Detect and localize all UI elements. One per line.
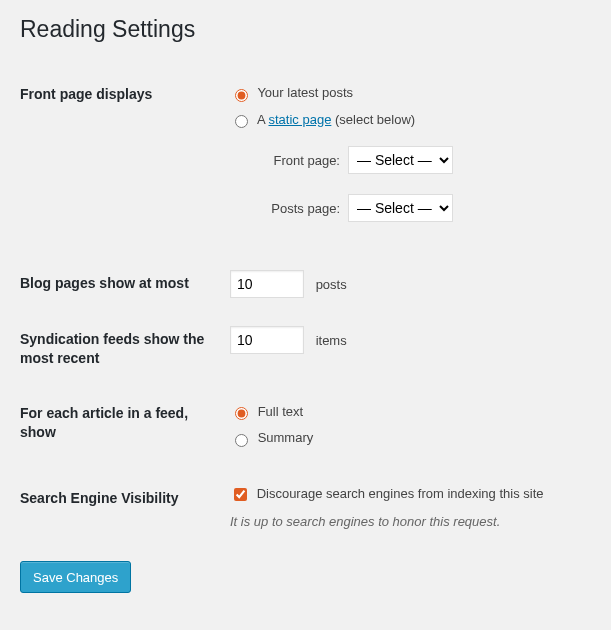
radio-latest-posts-label: Your latest posts [257, 85, 353, 100]
radio-static-page-suffix: (select below) [331, 112, 415, 127]
radio-static-page-prefix: A [257, 112, 269, 127]
blog-pages-input[interactable] [230, 270, 304, 298]
radio-summary-input[interactable] [235, 434, 248, 447]
front-page-select-label: Front page: [250, 153, 348, 168]
save-button[interactable]: Save Changes [20, 561, 131, 593]
radio-static-page-input[interactable] [235, 115, 248, 128]
row-label-article-feed: For each article in a feed, show [20, 386, 230, 471]
radio-latest-posts-input[interactable] [235, 89, 248, 102]
row-label-front-page: Front page displays [20, 67, 230, 256]
posts-page-select[interactable]: — Select — [348, 194, 453, 222]
radio-full-text-label: Full text [258, 404, 304, 419]
page-title: Reading Settings [20, 16, 591, 43]
syndication-input[interactable] [230, 326, 304, 354]
row-label-search-engine: Search Engine Visibility [20, 471, 230, 543]
radio-full-text-input[interactable] [235, 407, 248, 420]
static-page-link[interactable]: static page [268, 112, 331, 127]
row-label-syndication: Syndication feeds show the most recent [20, 312, 230, 386]
checkbox-discourage[interactable]: Discourage search engines from indexing … [230, 485, 581, 504]
radio-latest-posts[interactable]: Your latest posts [230, 85, 581, 102]
front-page-select[interactable]: — Select — [348, 146, 453, 174]
syndication-unit: items [316, 333, 347, 348]
row-label-blog-pages: Blog pages show at most [20, 256, 230, 312]
checkbox-discourage-label: Discourage search engines from indexing … [257, 486, 544, 501]
radio-full-text[interactable]: Full text [230, 404, 581, 421]
radio-static-page[interactable]: A static page (select below) [230, 112, 581, 129]
radio-summary[interactable]: Summary [230, 430, 581, 447]
blog-pages-unit: posts [316, 277, 347, 292]
search-engine-description: It is up to search engines to honor this… [230, 514, 581, 529]
posts-page-select-label: Posts page: [250, 201, 348, 216]
radio-summary-label: Summary [258, 430, 314, 445]
checkbox-discourage-input[interactable] [234, 488, 247, 501]
